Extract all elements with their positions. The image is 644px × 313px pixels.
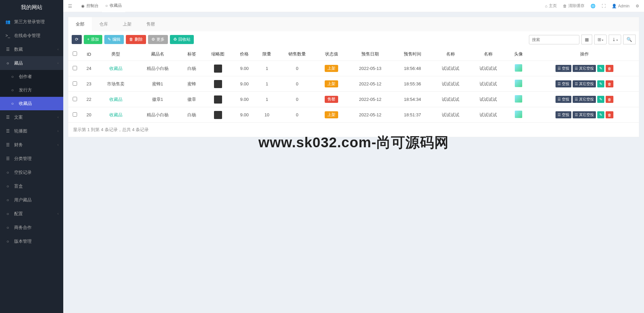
fullscreen-icon[interactable]: ⛶ (602, 4, 606, 8)
row-delete-button[interactable]: 🗑 (606, 80, 613, 87)
sidebar-item[interactable]: ☰轮播图‹ (0, 124, 63, 138)
content-area: 全部仓库上架售罄 ⟳ +添加 ✎编辑 🗑删除 ⚙更多 ♻回收站 ▦ ⊞▾ (63, 12, 644, 313)
column-header[interactable]: 销售数量 (278, 48, 316, 61)
sidebar-item[interactable]: ○盲盒 (0, 179, 63, 193)
row-edit-button[interactable]: ✎ (597, 96, 604, 103)
edit-button[interactable]: ✎编辑 (104, 35, 124, 44)
column-header[interactable]: 标签 (180, 48, 203, 61)
panel-tab[interactable]: 上架 (115, 17, 139, 31)
search-input[interactable] (529, 35, 579, 44)
cell-price: 9.00 (233, 107, 256, 123)
sidebar-item[interactable]: ☰财务‹ (0, 138, 63, 152)
sidebar-item[interactable]: ○藏品‹ (0, 56, 63, 70)
column-header[interactable]: 名称 (469, 48, 507, 61)
status-badge[interactable]: 上架 (325, 65, 338, 72)
home-link[interactable]: ⌂主页 (545, 3, 557, 9)
sidebar-item[interactable]: ☰分类管理 (0, 152, 63, 165)
airdrop-button[interactable]: ☰空投 (556, 111, 571, 118)
cell-limit: 10 (256, 107, 278, 123)
export-button[interactable]: ⤓▾ (609, 35, 621, 44)
row-delete-button[interactable]: 🗑 (606, 96, 613, 103)
column-header[interactable]: 名称 (431, 48, 469, 61)
toggle-view-button[interactable]: ▦ (581, 35, 592, 44)
other-airdrop-button[interactable]: ☰其它空投 (573, 96, 596, 103)
column-header[interactable]: 操作 (530, 48, 639, 61)
column-header[interactable]: 价格 (233, 48, 256, 61)
sidebar-item[interactable]: ○用户藏品 (0, 193, 63, 207)
sidebar-subitem[interactable]: ○收藏品 (0, 97, 63, 110)
sidebar-icon: ○ (5, 211, 11, 216)
cell-type[interactable]: 收藏品 (97, 92, 135, 107)
menu-toggle-icon[interactable]: ☰ (68, 3, 72, 9)
column-header[interactable]: 类型 (97, 48, 135, 61)
panel-tab[interactable]: 售罄 (139, 17, 163, 31)
column-header[interactable]: ID (81, 48, 97, 61)
sidebar-item[interactable]: ○商务合作 (0, 221, 63, 234)
airdrop-button[interactable]: ☰空投 (556, 96, 571, 103)
row-delete-button[interactable]: 🗑 (606, 111, 613, 118)
row-checkbox[interactable] (73, 81, 77, 86)
sidebar-label: 用户藏品 (14, 197, 32, 203)
user-menu[interactable]: 👤Admin (612, 4, 630, 8)
column-header[interactable]: 藏品名 (135, 48, 180, 61)
cell-type[interactable]: 收藏品 (97, 107, 135, 123)
column-header[interactable]: 预售时间 (393, 48, 431, 61)
panel-tabs: 全部仓库上架售罄 (68, 17, 639, 31)
select-all-checkbox[interactable] (73, 51, 77, 56)
cell-type: 市场售卖 (97, 76, 135, 92)
status-badge[interactable]: 上架 (325, 80, 338, 87)
column-header[interactable]: 状态值 (316, 48, 347, 61)
row-checkbox[interactable] (73, 112, 77, 117)
row-delete-button[interactable]: 🗑 (606, 65, 613, 72)
column-header[interactable]: 头像 (507, 48, 530, 61)
recycle-button[interactable]: ♻回收站 (170, 35, 194, 44)
settings-icon[interactable]: ⚙ (636, 4, 639, 8)
sidebar-item[interactable]: ○空投记录 (0, 165, 63, 179)
sidebar-item[interactable]: 👥第三方登录管理 (0, 15, 63, 29)
cell-time: 18:51:37 (393, 107, 431, 123)
refresh-button[interactable]: ⟳ (72, 35, 82, 44)
top-tab[interactable]: ◉控制台 (78, 0, 102, 12)
other-airdrop-button[interactable]: ☰其它空投 (573, 111, 596, 118)
panel-tab[interactable]: 仓库 (92, 17, 115, 31)
sidebar-item[interactable]: ○版本管理 (0, 234, 63, 248)
delete-button[interactable]: 🗑删除 (126, 35, 146, 44)
sidebar-subitem[interactable]: ○创作者 (0, 70, 63, 83)
cell-limit: 1 (256, 92, 278, 107)
row-checkbox[interactable] (73, 66, 77, 70)
columns-button[interactable]: ⊞▾ (594, 35, 607, 44)
avatar-image (515, 80, 522, 87)
sidebar-label: 收藏品 (19, 101, 32, 107)
cell-type[interactable]: 收藏品 (97, 61, 135, 76)
row-checkbox[interactable] (73, 97, 77, 101)
main-panel: 全部仓库上架售罄 ⟳ +添加 ✎编辑 🗑删除 ⚙更多 ♻回收站 ▦ ⊞▾ (68, 17, 639, 137)
search-button[interactable]: 🔍 (623, 35, 636, 44)
sidebar-item[interactable]: >_在线命令管理 (0, 29, 63, 42)
sidebar-item[interactable]: ○配置‹ (0, 207, 63, 221)
top-tab[interactable]: ○收藏品 (102, 0, 125, 12)
cell-tag: 白杨 (180, 61, 203, 76)
more-button[interactable]: ⚙更多 (148, 35, 168, 44)
row-edit-button[interactable]: ✎ (597, 111, 604, 118)
row-edit-button[interactable]: ✎ (597, 80, 604, 87)
panel-tab[interactable]: 全部 (68, 17, 92, 31)
sidebar-item[interactable]: ☰数藏‹ (0, 42, 63, 56)
other-airdrop-button[interactable]: ☰其它空投 (573, 80, 596, 87)
cell-n1: 试试试试 (431, 76, 469, 92)
airdrop-button[interactable]: ☰空投 (556, 80, 571, 87)
other-airdrop-button[interactable]: ☰其它空投 (573, 65, 596, 72)
column-header[interactable]: 限量 (256, 48, 278, 61)
clear-cache-link[interactable]: 🗑清除缓存 (563, 3, 584, 9)
column-header[interactable]: 缩略图 (203, 48, 233, 61)
airdrop-button[interactable]: ☰空投 (556, 65, 571, 72)
lang-icon[interactable]: 🌐 (591, 4, 596, 8)
add-button[interactable]: +添加 (84, 35, 102, 44)
column-header[interactable]: 预售日期 (347, 48, 393, 61)
sidebar-icon: ○ (9, 101, 15, 106)
status-badge[interactable]: 上架 (325, 111, 338, 118)
sidebar-icon: ○ (5, 239, 11, 244)
sidebar-subitem[interactable]: ○发行方 (0, 83, 63, 97)
status-badge[interactable]: 售罄 (325, 96, 338, 103)
sidebar-item[interactable]: ☰文案‹ (0, 110, 63, 124)
row-edit-button[interactable]: ✎ (597, 65, 604, 72)
